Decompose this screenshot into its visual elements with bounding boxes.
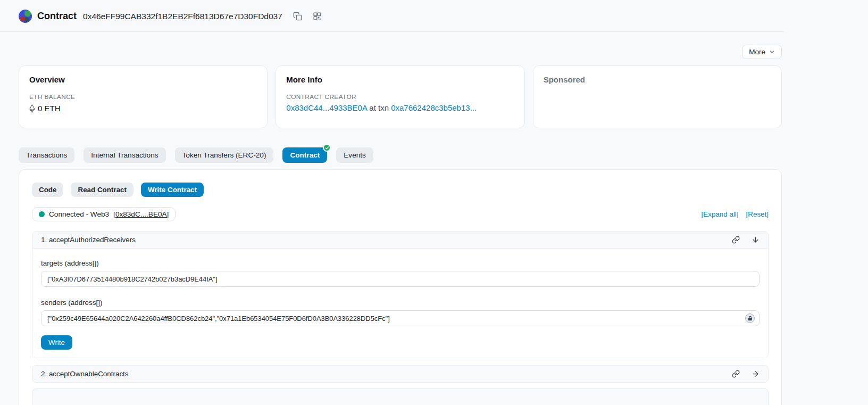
targets-input[interactable] — [41, 271, 760, 287]
subtab-read-contract[interactable]: Read Contract — [71, 183, 133, 197]
tab-events[interactable]: Events — [336, 147, 373, 163]
contract-subtabs: Code Read Contract Write Contract — [32, 183, 769, 197]
tab-contract[interactable]: Contract — [282, 147, 327, 163]
reset-link[interactable]: [Reset] — [746, 210, 769, 218]
method-1-body: targets (address[]) senders (address[]) … — [32, 248, 768, 358]
overview-card: Overview ETH BALANCE 0 ETH — [19, 65, 268, 128]
eth-balance-value: 0 ETH — [38, 104, 61, 113]
creator-connector: at txn — [369, 103, 389, 112]
sponsored-card: Sponsored — [533, 65, 782, 128]
subtab-code[interactable]: Code — [32, 183, 63, 197]
input-lock-icon[interactable] — [745, 313, 755, 323]
eth-balance-label: ETH BALANCE — [29, 93, 257, 101]
contract-header: Contract 0x46eFF99CAB332f1B2EB2Ff6813D67… — [0, 0, 784, 32]
page: Contract 0x46eFF99CAB332f1B2EB2Ff6813D67… — [0, 0, 868, 405]
expand-all-link[interactable]: [Expand all] — [702, 210, 739, 218]
contract-panel: Code Read Contract Write Contract Connec… — [19, 169, 782, 405]
tab-internal-transactions[interactable]: Internal Transactions — [84, 147, 165, 163]
method-1-title: 1. acceptAuthorizedReceivers — [41, 236, 136, 244]
qr-code-icon[interactable] — [313, 12, 322, 21]
connected-status: Connected - Web3 [0x83dC....BE0A] — [32, 207, 176, 221]
connection-row: Connected - Web3 [0x83dC....BE0A] [Expan… — [32, 207, 769, 221]
senders-field-label: senders (address[]) — [41, 299, 760, 307]
expand-arrow-right-icon[interactable] — [752, 370, 760, 378]
more-button-label: More — [749, 48, 765, 56]
more-button[interactable]: More — [742, 45, 782, 59]
overview-title: Overview — [29, 75, 257, 84]
page-title: Contract — [37, 11, 77, 22]
permalink-icon[interactable] — [732, 370, 740, 378]
ethereum-icon — [29, 104, 35, 113]
toolbar-row: More — [19, 45, 782, 59]
contract-address: 0x46eFF99CAB332f1B2EB2Ff6813D67e7D30FDd0… — [83, 12, 282, 21]
collapse-arrow-down-icon[interactable] — [752, 236, 760, 244]
panel-actions: [Expand all] [Reset] — [702, 210, 769, 218]
method-accordion-3-partial — [32, 389, 769, 405]
tab-bar: Transactions Internal Transactions Token… — [19, 147, 782, 163]
connected-dot-icon — [39, 211, 45, 217]
tab-transactions[interactable]: Transactions — [19, 147, 74, 163]
write-button[interactable]: Write — [41, 335, 72, 350]
method-2-title: 2. acceptOwnableContracts — [41, 370, 129, 378]
contract-creator-label: CONTRACT CREATOR — [286, 93, 514, 101]
permalink-icon[interactable] — [732, 236, 740, 244]
copy-icon[interactable] — [293, 12, 302, 21]
tab-token-transfers[interactable]: Token Transfers (ERC-20) — [175, 147, 274, 163]
chevron-down-icon — [769, 49, 775, 55]
subtab-write-contract[interactable]: Write Contract — [141, 183, 204, 197]
connected-label: Connected - Web3 — [49, 210, 109, 218]
verified-check-icon — [323, 144, 331, 152]
method-accordion-1: 1. acceptAuthorizedReceivers targets (ad… — [32, 231, 769, 358]
method-1-header[interactable]: 1. acceptAuthorizedReceivers — [32, 232, 768, 248]
info-cards: Overview ETH BALANCE 0 ETH More Info CON… — [19, 65, 782, 128]
targets-field-label: targets (address[]) — [41, 259, 760, 267]
contract-avatar — [19, 10, 32, 23]
creation-txn-link[interactable]: 0xa7662428c3b5eb13... — [391, 103, 477, 112]
method-2-header[interactable]: 2. acceptOwnableContracts — [32, 366, 768, 382]
senders-input[interactable] — [41, 310, 760, 326]
method-accordion-2: 2. acceptOwnableContracts — [32, 365, 769, 383]
more-info-card: More Info CONTRACT CREATOR 0x83dC44...49… — [276, 65, 524, 128]
creator-address-link[interactable]: 0x83dC44...4933BE0A — [286, 103, 367, 112]
connected-address-link[interactable]: [0x83dC....BE0A] — [113, 210, 169, 218]
more-info-title: More Info — [286, 75, 514, 84]
sponsored-title: Sponsored — [544, 75, 771, 84]
